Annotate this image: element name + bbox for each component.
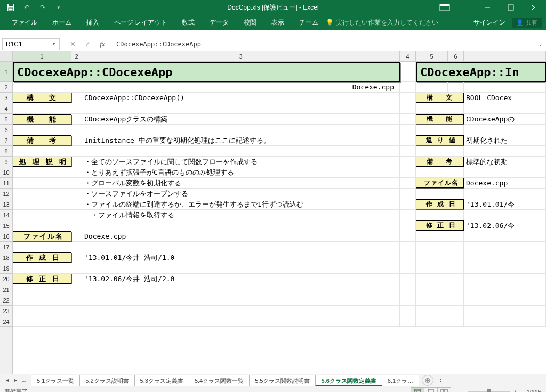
name-box-dropdown-icon[interactable]: ▼ <box>52 42 56 46</box>
cell[interactable]: 初期化された <box>464 135 546 145</box>
cell[interactable] <box>416 295 464 305</box>
ribbon-tab-data[interactable]: データ <box>202 15 236 30</box>
cell[interactable] <box>71 125 82 135</box>
normal-view-button[interactable] <box>411 387 424 393</box>
zoom-in-button[interactable]: + <box>513 389 517 393</box>
formula-bar-expand-button[interactable]: ⌄ <box>535 42 546 47</box>
cell[interactable] <box>464 189 546 199</box>
cell[interactable] <box>416 252 464 263</box>
field-label[interactable]: 構 文 <box>416 93 464 103</box>
row-header[interactable]: 6 <box>0 125 12 135</box>
row-header[interactable]: 9 <box>0 157 12 167</box>
row-header[interactable]: 4 <box>0 103 12 114</box>
ribbon-tab-home[interactable]: ホーム <box>45 15 79 30</box>
cell[interactable]: ・ファイル情報を取得する <box>82 210 400 220</box>
cell[interactable] <box>464 274 546 284</box>
cell[interactable] <box>464 252 546 263</box>
field-label[interactable]: 構 文 <box>13 93 71 103</box>
row-header[interactable]: 20 <box>0 274 12 284</box>
name-box[interactable]: R1C1 ▼ <box>2 38 60 50</box>
field-label[interactable]: 処 理 説 明 <box>13 157 71 167</box>
cell[interactable] <box>416 231 464 241</box>
row-header[interactable]: 11 <box>0 178 12 189</box>
field-label[interactable]: 返 り 値 <box>416 135 464 145</box>
ribbon-tab-team[interactable]: チーム <box>292 15 326 30</box>
row-header[interactable]: 8 <box>0 146 12 157</box>
save-button[interactable] <box>3 1 18 14</box>
cell[interactable] <box>400 62 416 81</box>
cell[interactable] <box>13 306 71 316</box>
cell[interactable] <box>82 316 400 326</box>
ribbon-tab-file[interactable]: ファイル <box>4 15 45 30</box>
cell[interactable] <box>13 82 71 92</box>
cell[interactable] <box>13 316 71 326</box>
row-header[interactable]: 17 <box>0 242 12 252</box>
cell[interactable] <box>464 263 546 273</box>
cell[interactable] <box>13 295 71 305</box>
cell[interactable] <box>71 284 82 295</box>
close-button[interactable] <box>523 0 546 15</box>
cell[interactable] <box>71 157 82 167</box>
row-header[interactable]: 7 <box>0 135 12 146</box>
cell[interactable] <box>71 263 82 273</box>
row-header[interactable]: 12 <box>0 189 12 199</box>
row-header[interactable]: 19 <box>0 263 12 274</box>
cell[interactable] <box>82 263 400 273</box>
row-header[interactable]: 13 <box>0 199 12 210</box>
column-header[interactable]: 6 <box>448 51 464 61</box>
cell[interactable] <box>82 125 400 135</box>
row-header[interactable]: 5 <box>0 114 12 125</box>
cell[interactable] <box>464 125 546 135</box>
cell[interactable] <box>13 242 71 252</box>
cell[interactable] <box>400 199 416 209</box>
cell[interactable]: InitInstance 中の重要な初期化処理はここに記述する。 <box>82 135 400 145</box>
cell[interactable] <box>71 135 82 145</box>
field-label[interactable]: 修 正 日 <box>416 220 464 231</box>
zoom-slider[interactable]: − + 100% <box>461 389 542 393</box>
cell[interactable] <box>82 284 400 295</box>
cell[interactable] <box>400 189 416 199</box>
cell[interactable] <box>13 103 71 113</box>
cell[interactable] <box>71 146 82 156</box>
ribbon-display-options-button[interactable] <box>439 2 450 13</box>
cell[interactable]: CDocexeAppの <box>464 114 546 124</box>
page-break-view-button[interactable] <box>437 387 451 393</box>
sheet-tab[interactable]: 5.3クラス定義書 <box>134 375 189 386</box>
cell[interactable] <box>400 306 416 316</box>
cell[interactable] <box>82 306 400 316</box>
ribbon-tab-pagelayout[interactable]: ページ レイアウト <box>107 15 174 30</box>
row-header[interactable]: 18 <box>0 252 12 263</box>
cell[interactable] <box>464 210 546 220</box>
redo-button[interactable]: ↷ <box>35 1 50 14</box>
ribbon-tab-formulas[interactable]: 数式 <box>174 15 202 30</box>
cell[interactable] <box>400 93 416 103</box>
cell[interactable] <box>400 114 416 124</box>
cell[interactable] <box>13 284 71 295</box>
field-label[interactable]: 備 考 <box>13 135 71 145</box>
cell[interactable] <box>400 167 416 177</box>
cell[interactable] <box>71 242 82 252</box>
cancel-formula-button[interactable]: ✕ <box>66 40 79 48</box>
sheet-tab[interactable]: 5.5クラス関数説明書 <box>249 375 316 386</box>
row-header[interactable]: 21 <box>0 284 12 295</box>
cell[interactable] <box>71 189 82 199</box>
cell[interactable]: CDocexeAppクラスの構築 <box>82 114 400 124</box>
cell[interactable]: CDocexeApp::CDocexeApp() <box>82 93 400 103</box>
cell[interactable] <box>82 146 400 156</box>
field-label[interactable]: 修 正 日 <box>13 274 71 284</box>
cell[interactable] <box>416 167 464 177</box>
field-label[interactable]: ファイル名 <box>13 231 71 241</box>
cell[interactable] <box>400 316 416 326</box>
ribbon-tab-review[interactable]: 校閲 <box>236 15 264 30</box>
maximize-button[interactable] <box>499 0 523 15</box>
cell[interactable] <box>13 167 71 177</box>
qat-customize-button[interactable]: ▼ <box>51 1 66 14</box>
share-button[interactable]: 👤 共有 <box>512 18 542 28</box>
cell[interactable]: '13.01.01/今 <box>464 199 546 209</box>
cell[interactable] <box>416 316 464 326</box>
sheet-tab[interactable]: 5.4クラス関数一覧 <box>189 375 250 386</box>
cell[interactable] <box>400 82 416 92</box>
field-label[interactable]: 作 成 日 <box>416 199 464 209</box>
cell[interactable] <box>448 82 464 92</box>
cell[interactable] <box>400 263 416 273</box>
